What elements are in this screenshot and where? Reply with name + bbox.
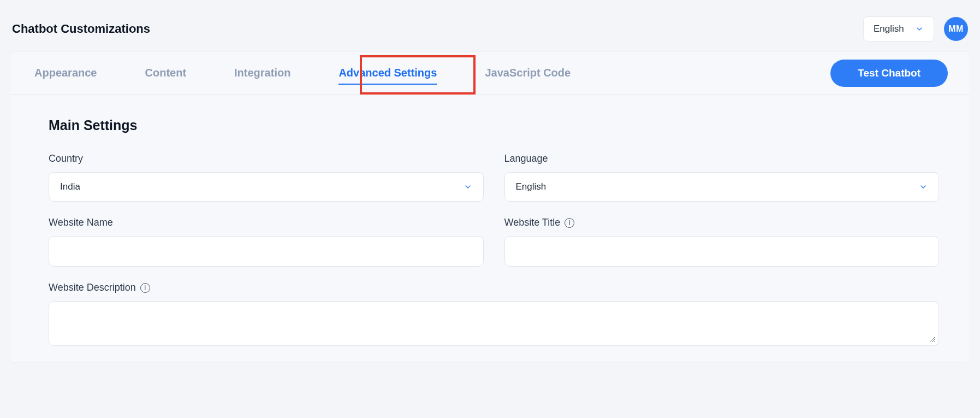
website-description-textarea-wrapper [49, 301, 939, 346]
language-select-value: English [874, 23, 904, 34]
chevron-down-icon [919, 182, 928, 191]
country-select[interactable]: India [49, 172, 484, 202]
language-select[interactable]: English [863, 16, 934, 42]
info-icon[interactable]: i [565, 218, 574, 228]
tab-javascript-code[interactable]: JavaScript Code [485, 52, 571, 93]
tabs-list: Appearance Content Integration Advanced … [34, 52, 830, 93]
language-select-value-field: English [516, 181, 547, 192]
field-country: Country India [49, 153, 484, 202]
country-select-value: India [60, 181, 80, 192]
info-icon[interactable]: i [140, 283, 150, 293]
website-description-textarea[interactable] [59, 309, 929, 337]
page-root: Chatbot Customizations English MM Appear… [0, 0, 980, 418]
field-website-title: Website Title i [504, 217, 940, 267]
website-name-label: Website Name [49, 217, 484, 228]
tab-content[interactable]: Content [145, 52, 187, 93]
form-area: Main Settings Country India Language [10, 95, 970, 362]
avatar-initials: MM [948, 24, 964, 34]
topbar-right: English MM [863, 16, 968, 42]
test-chatbot-button[interactable]: Test Chatbot [830, 60, 948, 87]
tab-advanced-settings[interactable]: Advanced Settings [338, 52, 437, 93]
field-language: Language English [504, 153, 940, 202]
chevron-down-icon [915, 25, 924, 33]
chevron-down-icon [464, 182, 472, 191]
website-title-label: Website Title [504, 217, 561, 228]
section-title: Main Settings [49, 117, 939, 133]
language-select-field[interactable]: English [504, 172, 940, 202]
topbar: Chatbot Customizations English MM [0, 0, 980, 51]
website-name-input[interactable] [60, 246, 472, 257]
avatar[interactable]: MM [944, 17, 968, 41]
website-name-input-wrapper [49, 236, 484, 267]
tab-appearance[interactable]: Appearance [34, 52, 97, 93]
field-website-description: Website Description i [49, 282, 939, 346]
form-grid: Country India Language English [49, 153, 939, 346]
language-label: Language [504, 153, 940, 164]
website-title-input-wrapper [504, 236, 940, 267]
resize-handle-icon [929, 335, 936, 343]
tabs-row: Appearance Content Integration Advanced … [10, 52, 970, 95]
content-card: Appearance Content Integration Advanced … [10, 51, 970, 363]
website-description-label: Website Description [49, 282, 136, 293]
tab-integration[interactable]: Integration [234, 52, 290, 93]
website-title-label-row: Website Title i [504, 217, 940, 228]
field-website-name: Website Name [49, 217, 484, 267]
website-description-label-row: Website Description i [49, 282, 939, 293]
website-title-input[interactable] [516, 246, 928, 257]
country-label: Country [49, 153, 484, 164]
page-title: Chatbot Customizations [12, 22, 150, 36]
